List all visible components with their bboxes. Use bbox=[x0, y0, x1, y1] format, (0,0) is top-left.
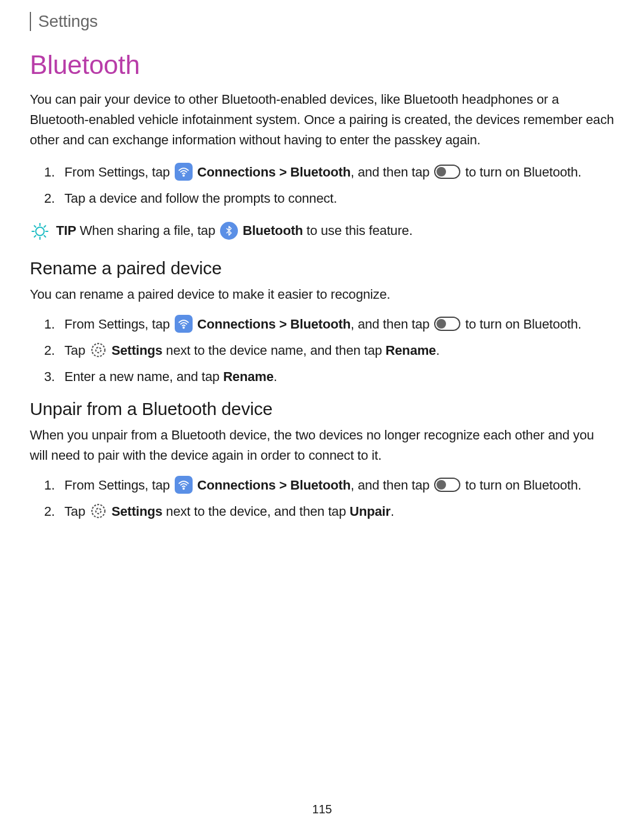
text: Enter a new name, and tap bbox=[64, 369, 223, 384]
toggle-icon bbox=[434, 317, 460, 331]
text-bold: Settings bbox=[112, 343, 163, 358]
wifi-icon bbox=[175, 476, 193, 494]
page-title: Bluetooth bbox=[30, 50, 614, 80]
text: . bbox=[391, 504, 394, 519]
gear-icon bbox=[90, 342, 107, 358]
svg-line-7 bbox=[44, 235, 47, 237]
bluetooth-icon bbox=[220, 222, 238, 240]
text: Tap bbox=[64, 343, 89, 358]
text: , and then tap bbox=[351, 165, 433, 179]
tip-callout: TIP When sharing a file, tap Bluetooth t… bbox=[30, 221, 614, 241]
page-number: 115 bbox=[0, 803, 644, 816]
text: When sharing a file, tap bbox=[76, 223, 219, 238]
list-item: Tap Settings next to the device name, an… bbox=[50, 340, 614, 361]
section-label: Settings bbox=[38, 12, 98, 30]
text-bold: Bluetooth bbox=[243, 223, 303, 238]
svg-point-12 bbox=[96, 348, 101, 353]
svg-point-14 bbox=[92, 505, 105, 518]
svg-point-15 bbox=[96, 509, 101, 514]
text: to use this feature. bbox=[303, 223, 413, 238]
unpair-intro: When you unpair from a Bluetooth device,… bbox=[30, 425, 614, 466]
subheading-rename: Rename a paired device bbox=[30, 258, 614, 278]
gear-icon bbox=[90, 503, 107, 519]
svg-point-10 bbox=[183, 327, 184, 328]
text: to turn on Bluetooth. bbox=[465, 317, 581, 332]
list-item: From Settings, tap Connections > Bluetoo… bbox=[50, 162, 614, 182]
text-bold: Connections > Bluetooth bbox=[197, 317, 351, 332]
tip-text: TIP When sharing a file, tap Bluetooth t… bbox=[56, 221, 413, 241]
svg-point-11 bbox=[92, 343, 105, 357]
list-item: Tap a device and follow the prompts to c… bbox=[50, 188, 614, 209]
text: From Settings, tap bbox=[64, 478, 174, 493]
wifi-icon bbox=[175, 315, 193, 333]
toggle-icon bbox=[434, 165, 460, 179]
text: . bbox=[274, 369, 277, 384]
text: From Settings, tap bbox=[64, 165, 174, 179]
text: , and then tap bbox=[351, 317, 433, 332]
text: next to the device name, and then tap bbox=[162, 343, 385, 358]
text: From Settings, tap bbox=[64, 317, 174, 332]
toggle-icon bbox=[434, 478, 460, 492]
subheading-unpair: Unpair from a Bluetooth device bbox=[30, 399, 614, 419]
text: to turn on Bluetooth. bbox=[465, 165, 581, 179]
text: Tap bbox=[64, 504, 89, 519]
svg-point-13 bbox=[183, 488, 184, 490]
text-bold: Connections > Bluetooth bbox=[197, 478, 351, 493]
steps-rename: From Settings, tap Connections > Bluetoo… bbox=[50, 314, 614, 387]
intro-paragraph: You can pair your device to other Blueto… bbox=[30, 89, 614, 150]
svg-point-1 bbox=[36, 227, 44, 236]
text: to turn on Bluetooth. bbox=[465, 478, 581, 493]
text-bold: Connections > Bluetooth bbox=[197, 165, 351, 179]
list-item: Tap Settings next to the device, and the… bbox=[50, 501, 614, 522]
section-header: Settings bbox=[30, 12, 614, 31]
text: , and then tap bbox=[351, 478, 433, 493]
text-bold: Settings bbox=[112, 504, 163, 519]
svg-line-8 bbox=[34, 235, 36, 237]
text-bold: Rename bbox=[223, 369, 274, 384]
steps-unpair: From Settings, tap Connections > Bluetoo… bbox=[50, 475, 614, 522]
tip-label: TIP bbox=[56, 223, 76, 238]
svg-line-9 bbox=[44, 225, 47, 228]
svg-point-0 bbox=[183, 175, 184, 176]
rename-intro: You can rename a paired device to make i… bbox=[30, 284, 614, 305]
text-bold: Unpair bbox=[349, 504, 391, 519]
svg-line-6 bbox=[34, 225, 36, 228]
text: next to the device, and then tap bbox=[162, 504, 349, 519]
text-bold: Rename bbox=[386, 343, 436, 358]
list-item: From Settings, tap Connections > Bluetoo… bbox=[50, 475, 614, 496]
text: . bbox=[436, 343, 439, 358]
wifi-icon bbox=[175, 163, 193, 181]
list-item: Enter a new name, and tap Rename. bbox=[50, 367, 614, 387]
steps-main: From Settings, tap Connections > Bluetoo… bbox=[50, 162, 614, 209]
lightbulb-icon bbox=[30, 222, 50, 241]
list-item: From Settings, tap Connections > Bluetoo… bbox=[50, 314, 614, 335]
